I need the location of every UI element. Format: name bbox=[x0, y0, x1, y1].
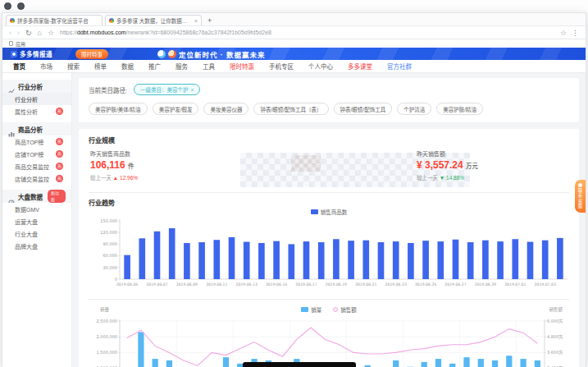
svg-text:2019.06.05: 2019.06.05 bbox=[116, 282, 138, 287]
nav-item[interactable]: 工具 bbox=[195, 62, 222, 71]
sidebar-item[interactable]: 行业大盘 bbox=[2, 227, 71, 240]
dock-bar bbox=[243, 362, 356, 367]
address-bar: ‹ › ↻ ⌂ ☆ https://ddbt.mobduos.com/newra… bbox=[2, 25, 586, 39]
forward-icon[interactable]: › bbox=[17, 29, 20, 37]
sidebar-item[interactable]: 属性分析热 bbox=[2, 105, 71, 117]
svg-text:2019.06.29: 2019.06.29 bbox=[475, 282, 496, 287]
svg-text:2019.06.09: 2019.06.09 bbox=[176, 282, 198, 287]
reload-icon[interactable]: ↻ bbox=[25, 29, 32, 37]
sidebar-item[interactable]: 店铺TOP榜热 bbox=[2, 148, 71, 160]
legend-label: 销售额 bbox=[340, 305, 357, 314]
navbar: 首页市场搜索榜单数据推广服务工具限时特惠手机专区个人中心多多课堂官方社群 bbox=[2, 60, 586, 73]
sidebar-item[interactable]: 行业分析 bbox=[2, 93, 71, 105]
back-icon[interactable]: ‹ bbox=[9, 29, 11, 37]
nav-item[interactable]: 推广 bbox=[141, 62, 168, 71]
svg-text:120,000: 120,000 bbox=[100, 230, 117, 235]
mascot-icon bbox=[157, 50, 166, 58]
category-pill[interactable]: 钟表/眼镜/配饰工具（表） bbox=[253, 103, 328, 115]
svg-text:2019.06.15: 2019.06.15 bbox=[266, 282, 287, 287]
svg-text:60,000: 60,000 bbox=[103, 253, 118, 258]
svg-text:6,000万: 6,000万 bbox=[547, 319, 563, 324]
favicon-icon bbox=[10, 18, 15, 23]
category-pill[interactable]: 钟表/眼镜/配饰工具 bbox=[334, 103, 393, 115]
sales-combo-chart[interactable]: 2,500,0002,000,0001,500,0001,000,000500,… bbox=[89, 314, 569, 367]
sidebar-item[interactable]: 运营大盘 bbox=[2, 215, 71, 227]
line-chart-icon bbox=[8, 83, 15, 89]
industry-volume-chart[interactable]: 150,000120,00090,00060,00030,00002019.06… bbox=[89, 217, 569, 294]
delta-value: 14.88% bbox=[446, 175, 464, 181]
delta-prefix: 较上一天 bbox=[417, 175, 438, 181]
favicon-icon bbox=[109, 18, 114, 23]
new-tab-button[interactable]: + bbox=[207, 16, 212, 25]
svg-text:2019.06.21: 2019.06.21 bbox=[355, 282, 376, 287]
nav-item[interactable]: 限时特惠 bbox=[222, 62, 262, 71]
industry-card: 行业规模 昨天销售商品数 106,116 件 较上一天 ▲ 12.96% 昨天销… bbox=[79, 129, 579, 367]
close-tab-icon[interactable]: × bbox=[194, 18, 198, 24]
nav-item[interactable]: 首页 bbox=[6, 62, 33, 71]
sidebar-item[interactable]: 商品交易监控热 bbox=[2, 160, 71, 172]
url-path: /newrank?id=68009425868c76a2c37842f1b05d… bbox=[126, 30, 271, 35]
svg-text:2019.06.27: 2019.06.27 bbox=[444, 282, 466, 287]
category-pill[interactable]: 美妆美容仪器 bbox=[203, 103, 248, 115]
legend-item[interactable]: 销量 bbox=[301, 305, 321, 314]
nav-item[interactable]: 官方社群 bbox=[380, 62, 419, 71]
nav-item[interactable]: 服务 bbox=[168, 62, 195, 71]
browser-tab-1[interactable]: 拼多多商家版-数字化运营平台 bbox=[6, 15, 103, 25]
browser-menu-icon[interactable]: ⋮ bbox=[572, 29, 579, 37]
svg-text:0: 0 bbox=[115, 277, 117, 282]
sidebar-section-header[interactable]: 大盘数据新功能 bbox=[2, 190, 71, 203]
category-pill[interactable]: 美容护肤/美体/精油 bbox=[89, 103, 148, 115]
remove-category-icon[interactable]: × bbox=[191, 87, 194, 93]
mascot-icon bbox=[168, 50, 176, 58]
right-axis-title: 销售额 bbox=[549, 306, 563, 313]
home-icon[interactable]: ⌂ bbox=[38, 29, 42, 37]
sidebar-section-header[interactable]: 行业分析 bbox=[2, 80, 71, 93]
metric-value: 106,116 bbox=[90, 159, 125, 171]
industry-scale-title: 行业规模 bbox=[89, 135, 569, 145]
svg-text:3,600万: 3,600万 bbox=[547, 350, 563, 356]
category-pill[interactable]: 美容护肤/精油 bbox=[436, 103, 483, 115]
sidebar-item[interactable]: 店铺交易监控热 bbox=[2, 172, 71, 185]
url-input[interactable]: https://ddbt.mobduos.com/newrank?id=6800… bbox=[60, 30, 554, 35]
chart2-legend: 销量 销售额 销量销售额 bbox=[89, 305, 569, 314]
sidebar-section-header[interactable]: 商品分析 bbox=[2, 122, 71, 135]
hot-badge-icon: 热 bbox=[56, 108, 63, 115]
customer-service-widget[interactable]: 联系客服 bbox=[575, 180, 586, 213]
new-feature-badge: 新功能 bbox=[48, 190, 66, 203]
nav-item[interactable]: 搜索 bbox=[60, 62, 87, 71]
nav-item[interactable]: 榜单 bbox=[87, 62, 114, 71]
bookmark-star-icon[interactable]: ☆ bbox=[48, 29, 54, 37]
sidebar-item[interactable]: 商品TOP榜热 bbox=[2, 135, 71, 148]
selected-category-pill[interactable]: 一级类目：美容个护 × bbox=[134, 84, 200, 95]
category-path-label: 当前类目路径: bbox=[89, 85, 127, 94]
browser-window: 拼多多商家版-数字化运营平台 多多参谋 大数据，让你数据秒懂 × + ‹ › ↻… bbox=[2, 12, 586, 367]
bookmark-item[interactable]: 应用 bbox=[16, 40, 25, 48]
favorite-icon[interactable]: ☆ bbox=[560, 29, 567, 37]
page-content: 行业分析行业分析属性分析热商品分析商品TOP榜热店铺TOP榜热商品交易监控热店铺… bbox=[2, 73, 586, 367]
nav-item[interactable]: 多多课堂 bbox=[340, 62, 380, 71]
sidebar-item[interactable]: 品牌大盘 bbox=[2, 240, 71, 252]
censored-mosaic-patch bbox=[291, 155, 321, 172]
svg-text:150,000: 150,000 bbox=[100, 218, 117, 223]
svg-text:2019.06.07: 2019.06.07 bbox=[146, 282, 167, 287]
hot-badge-icon: 热 bbox=[56, 175, 63, 182]
legend-item[interactable]: 销售商品数 bbox=[311, 208, 348, 216]
industry-trend-title: 行业趋势 bbox=[89, 198, 569, 207]
nav-item[interactable]: 市场 bbox=[33, 62, 60, 71]
sidebar: 行业分析行业分析属性分析热商品分析商品TOP榜热店铺TOP榜热商品交易监控热店铺… bbox=[2, 73, 72, 367]
app-logo[interactable]: 多多情报通 bbox=[11, 49, 52, 58]
sidebar-item[interactable]: 数据GMV bbox=[2, 203, 71, 215]
legend-item[interactable]: 销售额 bbox=[333, 305, 357, 314]
app-header: 多多情报通 限时特惠 定位新时代 · 数据赢未来 bbox=[2, 48, 586, 60]
delta-down-icon: ▼ bbox=[440, 175, 444, 181]
window-control-icon[interactable] bbox=[17, 2, 25, 10]
window-control-icon[interactable] bbox=[4, 2, 11, 10]
nav-item[interactable]: 手机专区 bbox=[262, 62, 301, 71]
category-pill[interactable]: 个护清洁 bbox=[397, 103, 431, 115]
browser-tab-2[interactable]: 多多参谋 大数据，让你数据秒懂 × bbox=[105, 15, 202, 25]
nav-item[interactable]: 个人中心 bbox=[301, 62, 340, 71]
category-pill[interactable]: 美容护发/假发 bbox=[153, 103, 199, 115]
promo-button[interactable]: 限时特惠 bbox=[75, 49, 108, 59]
logo-text: 多多情报通 bbox=[20, 49, 52, 58]
nav-item[interactable]: 数据 bbox=[114, 62, 141, 71]
